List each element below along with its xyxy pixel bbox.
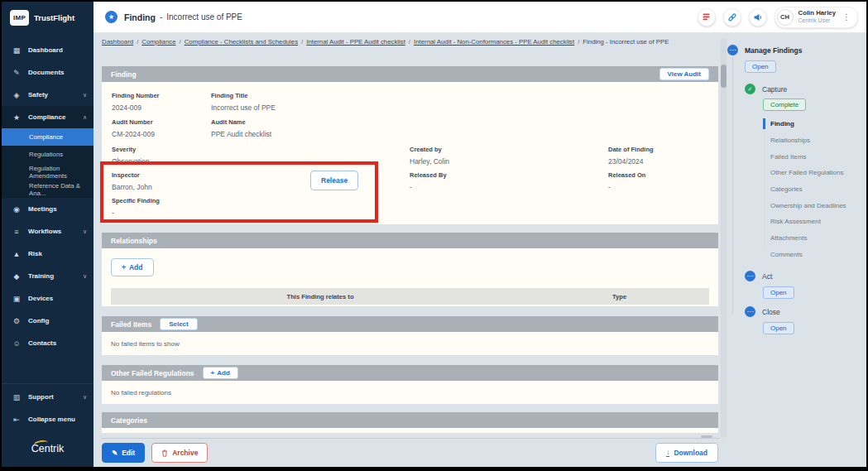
other-failed-regulations-body: No failed regulations — [102, 381, 718, 404]
ellipsis-circle-icon: ⋯ — [745, 271, 755, 281]
breadcrumb-separator: / — [137, 38, 138, 46]
vertical-scrollbar-thumb[interactable] — [721, 65, 727, 88]
released-by-field: Released By - — [410, 171, 447, 191]
sidebar-item-label: Compliance — [28, 113, 65, 121]
link-button[interactable] — [723, 8, 741, 26]
check-circle-icon: ✓ — [745, 84, 755, 94]
wf-nav-ownership-deadlines[interactable]: Ownership and Deadlines — [770, 197, 846, 214]
vertical-scrollbar[interactable] — [721, 38, 727, 438]
wf-nav-failed-items[interactable]: Failed Items — [770, 148, 846, 165]
field-label: Finding Title — [211, 92, 276, 99]
sidebar-subitem-regulation-amendments[interactable]: Regulation Amendments — [2, 163, 94, 180]
workflow-step-act[interactable]: ⋯ Act — [745, 271, 772, 281]
sidebar-item-workflows[interactable]: ≡ Workflows ∨ — [2, 220, 94, 243]
add-failed-regulation-button[interactable]: + Add — [203, 367, 238, 379]
sidebar-subitem-compliance[interactable]: Compliance — [2, 128, 94, 146]
sidebar-item-risk[interactable]: ▲ Risk — [2, 243, 94, 265]
wf-nav-risk-assessment[interactable]: Risk Assessment — [770, 214, 846, 230]
sidebar-item-collapse-menu[interactable]: ⇤ Collapse menu — [2, 408, 94, 430]
sidebar-item-meetings[interactable]: ◉ Meetings — [2, 198, 94, 220]
sidebar-item-support[interactable]: ▥ Support ∨ — [2, 386, 94, 408]
sidebar-item-compliance[interactable]: ★ Compliance ∧ — [2, 106, 94, 128]
book-icon: ▥ — [12, 393, 22, 401]
sidebar-subitem-reference-data[interactable]: Reference Data & Ana... — [2, 180, 94, 198]
act-status-badge[interactable]: Open — [763, 286, 794, 299]
failed-items-panel-body: No failed items to show — [102, 332, 718, 355]
sidebar-item-label: Collapse menu — [28, 416, 75, 423]
close-status-badge[interactable]: Open — [763, 322, 794, 334]
breadcrumb-link-checklists[interactable]: Compliance - Checklists and Schedules — [185, 38, 298, 46]
field-value: - — [608, 183, 645, 191]
breadcrumb-separator: / — [180, 38, 181, 46]
sidebar-subitem-regulations[interactable]: Regulations — [2, 146, 94, 163]
download-button[interactable]: ↓ Download — [655, 443, 718, 463]
ellipsis-glyph: ⋯ — [730, 47, 736, 54]
sidebar-item-label: Training — [28, 272, 54, 280]
sidebar-item-training[interactable]: ◆ Training ∨ — [2, 265, 94, 287]
workflow-panel: ⋯ Manage Findings Open ✓ Capture Complet… — [727, 45, 865, 359]
sidebar-item-config[interactable]: ⚙ Config — [2, 310, 94, 332]
brand-logo[interactable]: IMP TrustFlight — [2, 2, 94, 33]
sidebar-item-contacts[interactable]: ☺ Contacts — [2, 332, 94, 354]
finding-panel-title: Finding — [111, 70, 137, 79]
failed-items-panel-title: Failed Items — [111, 320, 151, 329]
kebab-menu-icon[interactable]: ⋮ — [841, 12, 852, 22]
breadcrumb: Dashboard / Compliance / Compliance - Ch… — [102, 38, 717, 46]
field-label: Released On — [608, 171, 645, 179]
sidebar-item-label: Devices — [28, 295, 53, 302]
breadcrumb-link-internal-audit[interactable]: Internal Audit - PPE Audit checklist — [306, 38, 405, 46]
breadcrumb-link-dashboard[interactable]: Dashboard — [102, 38, 133, 46]
sidebar-item-label: Dashboard — [28, 46, 63, 54]
column-header-relates: This Finding relates to — [111, 293, 530, 300]
select-failed-items-button[interactable]: Select — [160, 318, 198, 330]
release-button[interactable]: Release — [310, 171, 358, 190]
sidebar-item-documents[interactable]: ✎ Documents — [2, 61, 94, 84]
workflow-step-close[interactable]: ⋯ Close — [745, 306, 780, 317]
wf-nav-attachments[interactable]: Attachments — [770, 230, 846, 247]
field-label: Finding Number — [112, 92, 160, 99]
wf-nav-comments[interactable]: Comments — [770, 247, 846, 263]
archive-button[interactable]: Archive — [151, 443, 208, 463]
failed-items-empty-text: No failed items to show — [102, 332, 718, 348]
horizontal-scrollbar-thumb[interactable] — [701, 435, 712, 438]
activity-log-button[interactable] — [698, 8, 716, 26]
sidebar-item-label: Meetings — [28, 205, 57, 213]
finding-title-field: Finding Title Incorrect use of PPE — [211, 92, 276, 112]
field-value: Harley, Colin — [410, 157, 449, 166]
sidebar-item-devices[interactable]: ▣ Devices — [2, 287, 94, 310]
wf-nav-relationships[interactable]: Relationships — [770, 132, 846, 149]
specific-finding-field: Specific Finding - — [112, 197, 160, 217]
wf-nav-categories[interactable]: Categories — [770, 181, 846, 198]
chevron-down-icon: ∨ — [83, 228, 87, 235]
workflow-step-capture[interactable]: ✓ Capture — [745, 84, 787, 94]
content-bottom-divider — [102, 438, 720, 439]
wf-nav-other-failed-regulations[interactable]: Other Failed Regulations — [770, 165, 846, 181]
breadcrumb-separator: / — [409, 38, 410, 46]
capture-status-badge[interactable]: Complete — [763, 99, 806, 111]
workflow-manage-findings[interactable]: ⋯ Manage Findings — [727, 45, 802, 55]
user-menu[interactable]: CH Colin Harley Centrik User ⋮ — [774, 7, 859, 28]
failed-items-panel: Failed Items Select No failed items to s… — [102, 316, 718, 355]
main-content: Finding View Audit Finding Number 2024-0… — [102, 66, 718, 433]
sidebar-item-safety[interactable]: ◈ Safety ∨ — [2, 84, 94, 106]
categories-panel-header: Categories — [102, 412, 718, 428]
imp-logo-icon: IMP — [10, 10, 29, 26]
wf-nav-finding[interactable]: Finding — [770, 116, 846, 132]
sidebar-item-dashboard[interactable]: ▦ Dashboard — [2, 39, 94, 61]
view-audit-button[interactable]: View Audit — [659, 68, 709, 80]
workflow-step-label: Act — [762, 272, 772, 281]
centrik-logo: Centrik — [2, 430, 94, 467]
manage-findings-status-badge[interactable]: Open — [745, 60, 776, 73]
breadcrumb-link-compliance[interactable]: Compliance — [141, 38, 175, 46]
field-label: Date of Finding — [608, 146, 654, 153]
add-relationship-button[interactable]: + Add — [111, 258, 154, 276]
announcements-button[interactable] — [749, 8, 767, 26]
breadcrumb-link-non-conformances[interactable]: Internal Audit - Non-Conformances - PPE … — [414, 38, 574, 46]
edit-button[interactable]: ✎ Edit — [102, 443, 145, 463]
shield-icon: ◈ — [12, 91, 22, 99]
sidebar-bottom: ▥ Support ∨ ⇤ Collapse menu — [2, 383, 94, 430]
categories-panel-title: Categories — [111, 416, 147, 425]
field-value: - — [410, 183, 447, 191]
other-failed-regulations-title: Other Failed Regulations — [111, 369, 194, 377]
created-by-field: Created by Harley, Colin — [410, 146, 449, 166]
